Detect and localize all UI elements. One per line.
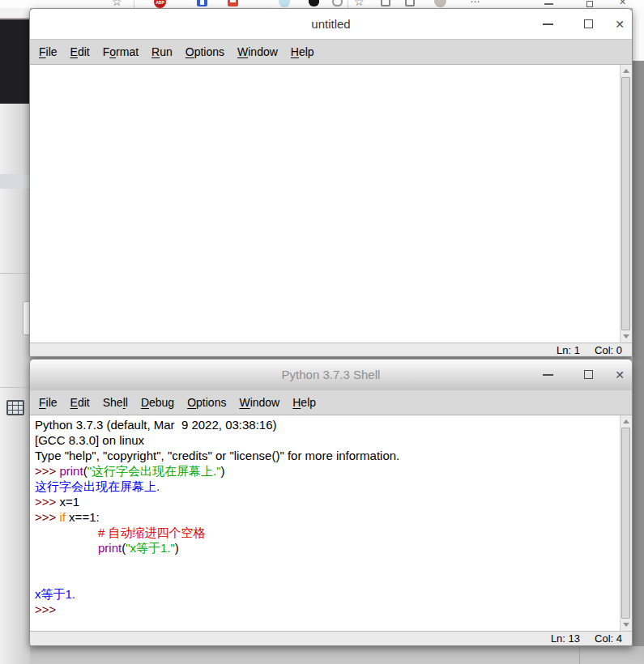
- shell-line: >>> x=1: [35, 494, 620, 509]
- editor-scrollbar[interactable]: [620, 65, 632, 343]
- shell-line: >>>: [35, 602, 620, 617]
- shell-statusbar: Ln: 13 Col: 4: [30, 631, 632, 645]
- browser-close-icon[interactable]: ✕: [619, 0, 626, 7]
- cage-icon[interactable]: [381, 0, 390, 6]
- table-grid-icon[interactable]: [6, 400, 24, 415]
- bookmark-star-icon[interactable]: ☆: [112, 0, 122, 8]
- menu-item-edit[interactable]: Edit: [64, 396, 96, 409]
- menu-item-help[interactable]: Help: [286, 396, 322, 409]
- editor-titlebar[interactable]: untitled ✕: [30, 9, 632, 39]
- more-options-icon[interactable]: …: [470, 0, 481, 5]
- background-left-toolbar: [0, 8, 30, 19]
- scrollbar-thumb[interactable]: [621, 428, 630, 619]
- editor-menubar: FileEditFormatRunOptionsWindowHelp: [30, 39, 632, 65]
- idle-editor-window: untitled ✕ FileEditFormatRunOptionsWindo…: [29, 8, 633, 357]
- toolbar-separator: [134, 0, 134, 8]
- menu-item-format[interactable]: Format: [96, 45, 145, 58]
- scrollbar-down-button[interactable]: [621, 330, 632, 343]
- toolbar-separator: [348, 0, 348, 8]
- adblock-icon[interactable]: ABP: [154, 0, 166, 8]
- scrollbar-up-button[interactable]: [621, 65, 632, 77]
- shell-text-region: Python 3.7.3 (default, Mar 9 2022, 03:38…: [30, 415, 632, 631]
- idle-shell-window: Python 3.7.3 Shell ✕ FileEditShellDebugO…: [29, 359, 633, 646]
- shell-line: Type "help", "copyright", "credits" or "…: [35, 448, 620, 463]
- close-button[interactable]: ✕: [612, 360, 628, 389]
- background-right-strip-top: [633, 0, 644, 61]
- background-left-divider: [0, 273, 30, 274]
- desktop: ☆ ABP ☆ … ✕ untitled ✕ FileEditFormatR: [0, 0, 644, 664]
- cage-icon[interactable]: [405, 0, 415, 6]
- menu-item-edit[interactable]: Edit: [64, 45, 96, 58]
- close-button[interactable]: ✕: [612, 9, 628, 39]
- shell-titlebar[interactable]: Python 3.7.3 Shell ✕: [30, 360, 632, 389]
- shell-line: 这行字会出现在屏幕上.: [35, 479, 620, 494]
- blue-extension-icon[interactable]: [197, 0, 207, 6]
- menu-item-run[interactable]: Run: [145, 45, 179, 58]
- menu-item-help[interactable]: Help: [284, 45, 321, 58]
- menu-item-window[interactable]: Window: [231, 45, 284, 58]
- shell-menubar: FileEditShellDebugOptionsWindowHelp: [30, 389, 632, 415]
- red-extension-icon[interactable]: [228, 0, 238, 6]
- shell-line: [35, 571, 620, 586]
- browser-toolbar: ☆ ABP ☆ … ✕: [0, 0, 644, 8]
- maximize-button[interactable]: [580, 360, 596, 389]
- background-left-divider: [0, 387, 30, 388]
- menu-item-options[interactable]: Options: [179, 45, 231, 58]
- dark-extension-icon[interactable]: [309, 0, 319, 6]
- shell-scrollbar[interactable]: [620, 415, 632, 631]
- editor-statusbar: Ln: 1 Col: 0: [30, 343, 632, 356]
- minimize-button[interactable]: [540, 9, 556, 39]
- shell-line: x等于1.: [35, 586, 620, 602]
- background-right-strip: [633, 61, 644, 646]
- editor-text-area[interactable]: [30, 65, 632, 343]
- shell-line: Python 3.7.3 (default, Mar 9 2022, 03:38…: [35, 417, 620, 432]
- background-dark-panel: [0, 19, 30, 104]
- menu-item-window[interactable]: Window: [232, 396, 286, 409]
- shell-line: [35, 555, 620, 571]
- scrollbar-thumb[interactable]: [621, 77, 630, 330]
- shell-line: >>> if x==1:: [35, 509, 620, 525]
- menu-item-debug[interactable]: Debug: [134, 396, 181, 409]
- menu-item-options[interactable]: Options: [181, 396, 232, 409]
- menu-item-shell[interactable]: Shell: [96, 396, 134, 409]
- maximize-button[interactable]: [580, 9, 596, 39]
- column-indicator: Col: 0: [595, 344, 622, 356]
- shell-line: [GCC 8.3.0] on linux: [35, 432, 620, 448]
- column-indicator: Col: 4: [595, 632, 622, 645]
- line-indicator: Ln: 1: [557, 344, 580, 356]
- minimize-button[interactable]: [540, 360, 556, 389]
- browser-maximize-icon[interactable]: [586, 1, 593, 7]
- scrollbar-up-button[interactable]: [621, 415, 632, 428]
- outline-extension-icon[interactable]: [332, 0, 343, 6]
- scrollbar-down-button[interactable]: [621, 619, 632, 631]
- browser-minimize-icon[interactable]: [544, 3, 553, 5]
- shell-text-area[interactable]: Python 3.7.3 (default, Mar 9 2022, 03:38…: [30, 415, 620, 631]
- line-indicator: Ln: 13: [551, 632, 580, 645]
- menu-item-file[interactable]: File: [32, 396, 64, 409]
- collection-icon[interactable]: ☆: [354, 0, 365, 8]
- menu-item-file[interactable]: File: [32, 45, 64, 58]
- shell-line: # 自动缩进四个空格: [35, 525, 620, 540]
- background-bottom-strip: [0, 646, 644, 664]
- shell-line: print("x等于1."): [35, 540, 620, 555]
- background-left-highlight-row: [0, 174, 30, 189]
- shell-line: >>> print("这行字会出现在屏幕上."): [35, 463, 620, 479]
- cat-extension-icon[interactable]: [279, 0, 290, 7]
- background-bottom-divider: [579, 646, 580, 664]
- avatar-icon[interactable]: [434, 0, 446, 7]
